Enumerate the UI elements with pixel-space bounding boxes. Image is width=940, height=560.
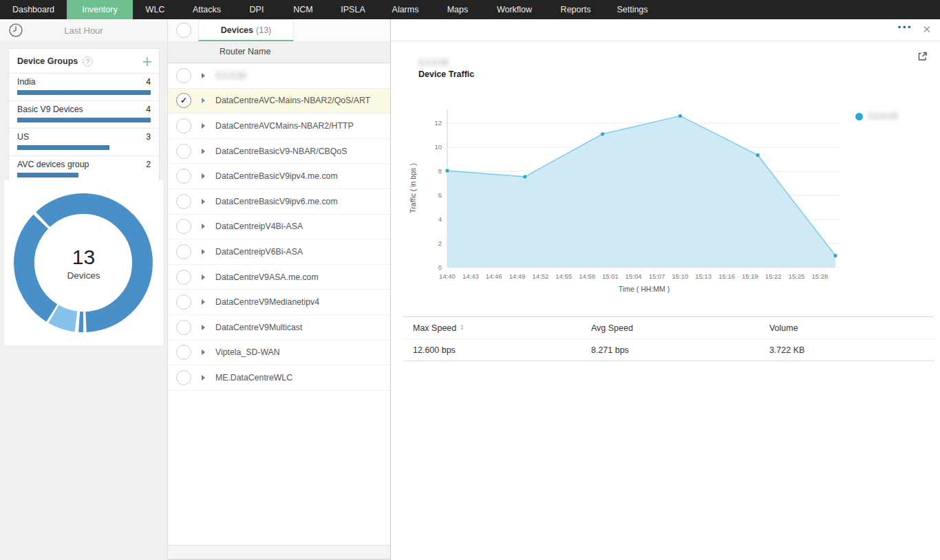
device-checkbox[interactable] [176,144,191,159]
device-name: DataCentreAVC-Mains-NBAR2/QoS/ART [215,96,370,105]
nav-item-workflow[interactable]: Workflow [482,0,547,19]
select-all-checkbox[interactable] [176,23,191,38]
device-checkbox[interactable] [176,345,191,360]
expand-caret-icon[interactable] [202,73,205,78]
device-row[interactable]: 3.3.3.33 [168,63,390,89]
nav-item-maps[interactable]: Maps [434,0,482,19]
expand-caret-icon[interactable] [202,149,205,154]
group-bar [17,118,151,122]
expand-caret-icon[interactable] [202,274,205,280]
device-row[interactable]: DataCentreipV6Bi-ASA [168,239,390,265]
device-row[interactable]: Viptela_SD-WAN [168,341,390,366]
svg-text:15:22: 15:22 [765,272,782,280]
device-row[interactable]: ✓DataCentreAVC-Mains-NBAR2/QoS/ART [168,89,390,114]
device-checkbox[interactable] [176,244,191,259]
device-checkbox[interactable] [176,118,191,133]
device-traffic-chart[interactable]: 02468101214:4014:4314:4614:4914:5214:551… [406,103,888,303]
chart-legend-item[interactable]: 3.3.3.33 [855,111,897,121]
device-row[interactable]: DataCentreBasicV9ipv4.me.com [168,164,390,189]
device-traffic-panel: ••• ✕ 3.3.3.33 Device Traffic 0246810121… [391,19,940,560]
group-count: 3 [146,132,151,142]
time-range-selector[interactable]: Last Hour [0,19,167,41]
device-checkbox[interactable] [176,219,191,234]
nav-item-ncm[interactable]: NCM [277,0,329,19]
expand-caret-icon[interactable] [202,173,205,179]
traffic-chart-title: Device Traffic [418,69,474,79]
column-header-max-speed[interactable]: Max Speed▲▼ [403,317,581,338]
legend-series-label: 3.3.3.33 [868,111,897,121]
svg-text:14:40: 14:40 [439,272,456,280]
device-checkbox[interactable] [176,169,191,184]
open-in-new-window-icon[interactable] [917,51,928,65]
column-header-volume[interactable]: Volume [759,317,934,338]
device-row[interactable]: DataCentreBasicV9-NBAR/CBQoS [168,139,390,164]
device-checkbox[interactable] [176,270,191,285]
svg-text:14:55: 14:55 [555,272,572,280]
device-checkbox[interactable] [176,320,191,335]
devices-donut-card: 13 Devices [4,180,163,345]
expand-caret-icon[interactable] [202,349,205,355]
device-name: ME.DataCentreWLC [215,373,292,383]
nav-item-settings[interactable]: Settings [604,0,661,19]
nav-item-inventory[interactable]: Inventory [67,0,133,19]
device-row[interactable]: ME.DataCentreWLC [168,365,390,391]
group-bar [17,145,109,150]
column-header-avg-speed[interactable]: Avg Speed [581,317,759,338]
devices-donut-chart[interactable] [8,187,159,338]
expand-caret-icon[interactable] [202,375,205,380]
expand-caret-icon[interactable] [202,224,205,229]
device-row[interactable]: DataCentreipV4Bi-ASA [168,215,390,240]
svg-text:15:16: 15:16 [718,272,735,280]
nav-item-attacks[interactable]: Attacks [178,0,236,19]
device-group-item[interactable]: India4 [9,73,159,100]
nav-item-reports[interactable]: Reports [547,0,604,19]
device-row[interactable]: DataCentreV9ASA.me.com [168,265,390,290]
expand-caret-icon[interactable] [202,199,205,204]
max-speed-value: 12.600 bps [403,339,581,360]
device-checkbox[interactable] [176,194,191,209]
group-label: India [17,77,36,87]
group-label: Basic V9 Devices [17,105,83,114]
device-group-item[interactable]: Basic V9 Devices4 [9,100,159,128]
legend-series-dot [855,113,863,120]
nav-item-alarms[interactable]: Alarms [377,0,434,19]
time-range-label: Last Hour [0,25,167,36]
top-navigation: DashboardInventoryWLCAttacksDPINCMIPSLAA… [0,0,940,19]
device-checkbox-checked[interactable]: ✓ [176,93,191,108]
expand-caret-icon[interactable] [202,98,205,103]
device-name: Viptela_SD-WAN [215,347,280,357]
device-group-item[interactable]: AVC devices group2 [9,155,159,183]
expand-caret-icon[interactable] [202,325,205,330]
expand-caret-icon[interactable] [202,249,205,255]
svg-text:14:43: 14:43 [462,272,479,280]
device-row[interactable]: DataCentreV9Multicast [168,315,390,341]
tab-devices[interactable]: Devices (13) [198,19,294,41]
device-checkbox[interactable] [176,68,191,83]
expand-caret-icon[interactable] [202,299,205,305]
svg-text:14:46: 14:46 [486,272,502,280]
expand-caret-icon[interactable] [202,123,205,129]
nav-item-dpi[interactable]: DPI [236,0,277,19]
device-checkbox[interactable] [176,370,191,385]
column-header-router-name[interactable]: Router Name [168,41,390,63]
nav-item-ipsla[interactable]: IPSLA [329,0,377,19]
device-name: DataCentreipV4Bi-ASA [215,222,303,231]
add-group-button[interactable]: + [142,54,152,68]
help-icon[interactable]: ? [83,56,93,67]
svg-text:15:25: 15:25 [789,272,805,280]
device-row[interactable]: DataCentreBasicV9ipv6.me.com [168,189,390,215]
nav-item-dashboard[interactable]: Dashboard [0,0,67,19]
sidebar: Last Hour Device Groups ? + India4Basic … [0,19,167,560]
device-groups-title: Device Groups [17,56,78,66]
device-row[interactable]: DataCentreAVCMains-NBAR2/HTTP [168,114,390,139]
device-name: DataCentreBasicV9-NBAR/CBQoS [215,147,347,156]
device-row[interactable]: DataCentreV9Medianetipv4 [168,290,390,315]
svg-text:10: 10 [434,143,442,151]
device-group-item[interactable]: US3 [9,128,159,155]
device-list-panel: Devices (13) Router Name 3.3.3.33✓DataCe… [167,19,391,560]
device-checkbox[interactable] [176,294,191,310]
more-options-icon[interactable]: ••• [898,22,912,32]
nav-item-wlc[interactable]: WLC [133,0,178,19]
svg-text:12: 12 [434,119,442,127]
close-icon[interactable]: ✕ [922,23,931,36]
